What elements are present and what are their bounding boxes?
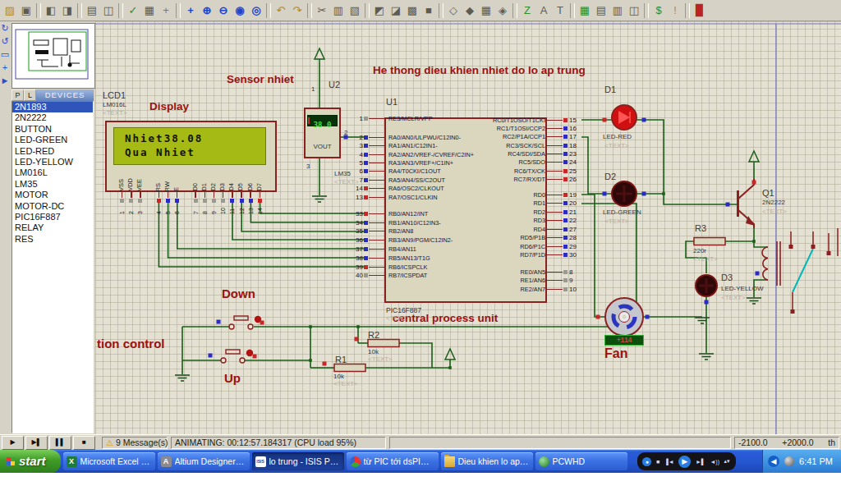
r1-ref[interactable]: R1 — [335, 355, 347, 364]
packaging-tool-icon[interactable]: ▦ — [478, 2, 494, 18]
message-panel[interactable]: ⚠ 9 Message(s) — [102, 437, 168, 449]
design-explorer-icon[interactable]: ▦ — [577, 2, 593, 18]
decompose-icon[interactable]: ◈ — [494, 2, 511, 18]
zoom-out-icon[interactable]: ⊖ — [215, 2, 232, 18]
mcu-pin[interactable]: RD019 — [448, 190, 587, 199]
mcu-pin[interactable]: 1RE3/MCLR/VPP — [345, 114, 433, 122]
overview-window[interactable] — [11, 23, 95, 89]
save-icon[interactable]: ▣ — [18, 2, 34, 18]
tray-icon[interactable] — [784, 456, 794, 466]
system-tray[interactable]: ◀ 6:41 PM — [762, 450, 841, 473]
print-icon[interactable]: ▤ — [84, 2, 100, 18]
select-icon[interactable]: ▭ — [1, 48, 9, 61]
cursor-icon[interactable]: + — [2, 61, 7, 74]
taskbar-item[interactable]: Dieu khien lo ap trung — [441, 452, 533, 470]
wire-autorouter-icon[interactable]: Z — [519, 2, 535, 18]
mcu-pin[interactable]: RD120 — [448, 199, 587, 208]
mcu-pin[interactable]: RD322 — [448, 217, 587, 226]
mcu-pin[interactable]: 37RB4/AN11 — [345, 245, 453, 254]
taskbar-item[interactable]: PCWHD — [535, 452, 627, 470]
taskbar-item[interactable]: từ PIC tới dsPIC - ... — [347, 452, 439, 470]
mcu-pin[interactable]: RD427 — [448, 225, 587, 234]
start-button[interactable]: start — [0, 450, 61, 473]
refresh-icon[interactable]: ✓ — [125, 2, 141, 18]
block-delete-icon[interactable]: ■ — [420, 2, 437, 18]
mcu-ref[interactable]: U1 — [386, 97, 398, 107]
block-rotate-icon[interactable]: ▩ — [404, 2, 420, 18]
mcu-pin[interactable]: RC7/RX/DT26 — [448, 175, 587, 183]
separator[interactable] — [685, 3, 690, 18]
tab-p[interactable]: P — [11, 89, 24, 101]
search-tag-icon[interactable]: A — [535, 2, 552, 18]
mcu-pin[interactable]: RC1/T1OSI/CCP216 — [448, 124, 587, 132]
rotate-cw-icon[interactable]: ↻ — [1, 21, 8, 34]
mcu-pin[interactable]: 35RB2/AN8 — [345, 227, 453, 236]
redo-icon[interactable]: ↷ — [289, 2, 306, 18]
mcu-pin[interactable]: RE1/AN69 — [448, 277, 587, 286]
zoom-all-icon[interactable]: ◉ — [232, 2, 248, 18]
stop-button[interactable]: ■ — [73, 436, 95, 450]
schematic-canvas[interactable]: He thong dieu khien nhiet do lo ap trung… — [95, 21, 841, 434]
netlist-to-ares-icon[interactable]: ▉ — [692, 2, 708, 18]
device-list-item[interactable]: LED-YELLOW — [12, 157, 93, 167]
r3-ref[interactable]: R3 — [695, 223, 706, 233]
sensor-ref[interactable]: U2 — [329, 80, 340, 89]
device-list-item[interactable]: LED-RED — [12, 146, 93, 157]
device-list-item[interactable]: MOTOR-DC — [12, 201, 93, 212]
mcu-pin[interactable]: RE2/AN710 — [448, 285, 587, 294]
separator[interactable] — [77, 3, 82, 18]
mcu-pin[interactable]: RD5/P1B28 — [448, 234, 587, 243]
media-next-button[interactable]: ►▌ — [696, 459, 705, 465]
mcu-pin[interactable]: RD6/P1C29 — [448, 242, 587, 251]
device-list-item[interactable]: PIC16F887 — [12, 212, 93, 222]
hide-icons-chevron[interactable]: ◀ — [768, 456, 779, 467]
lcd-ref[interactable]: LCD1 — [103, 90, 126, 100]
bill-of-materials-icon[interactable]: $ — [650, 2, 667, 18]
pick-device-icon[interactable]: ◇ — [445, 2, 462, 18]
device-list-item[interactable]: LM016L — [12, 167, 93, 178]
taskbar-item[interactable]: Microsoft Excel - la... — [63, 452, 155, 470]
play-button[interactable]: ▶ — [2, 436, 24, 450]
d2-ref[interactable]: D2 — [604, 172, 616, 181]
mcu-pin[interactable]: RD221 — [448, 208, 587, 217]
media-volume-button[interactable]: ◄)) — [710, 459, 719, 465]
separator[interactable] — [307, 3, 312, 18]
separator[interactable] — [118, 3, 123, 18]
taskbar-item[interactable]: Altium Designer Rel... — [158, 452, 250, 470]
mcu-pin[interactable]: RC4/SDI/SDA23 — [448, 149, 587, 158]
mark-output-area-icon[interactable]: ◫ — [100, 2, 117, 18]
step-button[interactable]: ▶▌ — [25, 436, 48, 450]
tab-l[interactable]: L — [24, 89, 36, 101]
mcu-pin[interactable]: 38RB5/AN13/T1G — [345, 254, 453, 263]
export-icon[interactable]: ◨ — [59, 2, 76, 18]
separator[interactable] — [176, 3, 181, 18]
mcu-pin[interactable]: RC5/SDO24 — [448, 158, 587, 167]
copy-icon[interactable]: ▥ — [330, 2, 347, 18]
mcu-pin[interactable]: RC2/P1A/CCP117 — [448, 133, 587, 141]
origin-icon[interactable]: + — [158, 2, 174, 18]
cut-icon[interactable]: ✂ — [314, 2, 330, 18]
block-move-icon[interactable]: ◪ — [388, 2, 404, 18]
media-scroll-button[interactable]: ▴▾ — [724, 458, 730, 465]
device-list-item[interactable]: 2N1893 — [12, 102, 93, 112]
q1-ref[interactable]: Q1 — [762, 188, 774, 198]
property-assignment-icon[interactable]: T — [552, 2, 568, 18]
device-list-item[interactable]: RELAY — [12, 222, 93, 233]
separator[interactable] — [439, 3, 443, 18]
device-list-item[interactable]: MOTOR — [12, 190, 93, 200]
device-list-item[interactable]: LM35 — [12, 179, 93, 190]
play-mini-icon[interactable]: ► — [1, 74, 10, 87]
d1-ref[interactable]: D1 — [604, 85, 616, 94]
mcu-pin[interactable]: RC6/TX/CK25 — [448, 167, 587, 175]
device-list-item[interactable]: BUTTON — [12, 124, 93, 135]
remove-sheet-icon[interactable]: ▥ — [609, 2, 626, 18]
new-sheet-icon[interactable]: ▤ — [593, 2, 609, 18]
d3-ref[interactable]: D3 — [721, 273, 733, 282]
separator[interactable] — [570, 3, 575, 18]
media-stop-button[interactable]: ■ — [656, 459, 659, 465]
mcu-pin[interactable]: 36RB3/AN9/PGM/C12IN2- — [345, 236, 453, 245]
media-play-button[interactable]: ▶ — [678, 456, 691, 468]
pan-icon[interactable]: + — [182, 2, 199, 18]
separator[interactable] — [266, 3, 271, 18]
media-prev-button[interactable]: ▐◄ — [664, 459, 674, 465]
